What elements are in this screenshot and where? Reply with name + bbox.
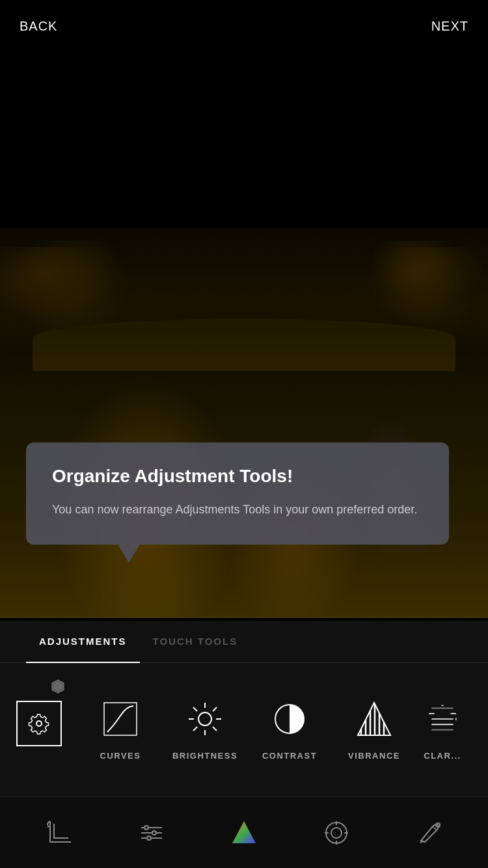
- curves-label: CURVES: [100, 751, 141, 761]
- tooltip-popup: Organize Adjustment Tools! You can now r…: [26, 442, 449, 545]
- back-button[interactable]: BACK: [20, 19, 57, 34]
- svg-point-3: [198, 712, 211, 726]
- svg-point-33: [144, 826, 148, 830]
- svg-point-34: [152, 831, 156, 835]
- header: BACK NEXT: [0, 0, 488, 52]
- tab-adjustments[interactable]: ADJUSTMENTS: [26, 621, 140, 663]
- svg-line-10: [213, 707, 217, 711]
- nav-adjustments[interactable]: [132, 813, 171, 852]
- tool-brightness[interactable]: BRIGHTNESS: [163, 663, 247, 793]
- tooltip-body: You can now rearrange Adjustments Tools …: [52, 500, 423, 519]
- badge-icon: [51, 679, 65, 694]
- tooltip-title: Organize Adjustment Tools!: [52, 465, 423, 487]
- svg-point-38: [326, 822, 347, 843]
- tab-touch-tools[interactable]: TOUCH TOOLS: [140, 621, 251, 663]
- contrast-label: CONTRAST: [262, 751, 317, 761]
- nav-crop[interactable]: [40, 813, 79, 852]
- gear-icon: [16, 701, 62, 746]
- vibrance-label: VIBRANCE: [348, 751, 400, 761]
- tool-settings[interactable]: [0, 663, 78, 793]
- next-button[interactable]: NEXT: [431, 19, 468, 34]
- tool-clarity[interactable]: CLAR...: [416, 663, 468, 793]
- tab-bar: ADJUSTMENTS TOUCH TOOLS: [0, 621, 488, 663]
- nav-healing[interactable]: [409, 813, 448, 852]
- nav-color[interactable]: [224, 813, 264, 852]
- tools-row: CURVES BRIGHTNESS: [0, 663, 488, 793]
- contrast-icon: [267, 696, 312, 742]
- brightness-icon: [182, 696, 228, 742]
- svg-point-39: [331, 828, 342, 838]
- nav-selective[interactable]: [317, 813, 356, 852]
- svg-line-9: [213, 727, 217, 731]
- bottom-panel: ADJUSTMENTS TOUCH TOOLS: [0, 621, 488, 868]
- scene-background: [0, 228, 488, 618]
- brightness-label: BRIGHTNESS: [172, 751, 237, 761]
- svg-line-8: [193, 707, 197, 711]
- clarity-label: CLAR...: [424, 751, 461, 761]
- tool-curves[interactable]: CURVES: [78, 663, 163, 793]
- svg-line-11: [193, 727, 197, 731]
- svg-point-35: [147, 836, 151, 840]
- bottom-nav: [0, 796, 488, 868]
- tool-vibrance[interactable]: VIBRANCE: [332, 663, 416, 793]
- svg-marker-37: [232, 821, 256, 843]
- vibrance-icon: [351, 696, 397, 742]
- curves-icon: [98, 696, 143, 742]
- clarity-icon: [420, 696, 465, 742]
- tool-contrast[interactable]: CONTRAST: [247, 663, 332, 793]
